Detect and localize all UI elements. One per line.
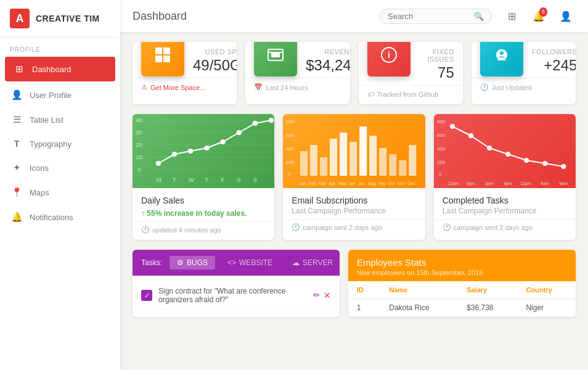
col-country: Country xyxy=(517,281,576,299)
svg-rect-5 xyxy=(271,52,280,57)
chart-stat: ↑ 55% increase in today sales. xyxy=(141,209,266,218)
svg-text:6am: 6am xyxy=(541,181,549,186)
svg-point-22 xyxy=(188,149,193,154)
svg-text:0: 0 xyxy=(137,166,141,173)
sidebar-item-typography[interactable]: T Typography xyxy=(0,132,120,155)
svg-text:12am: 12am xyxy=(448,181,459,186)
svg-text:T: T xyxy=(205,177,208,183)
chart-card-email-subs: 800 600 400 200 0 xyxy=(283,114,425,240)
sidebar-item-table-list[interactable]: ☰ Table List xyxy=(0,107,120,132)
svg-text:9pm: 9pm xyxy=(504,181,512,186)
grid-button[interactable]: ⊞ xyxy=(502,6,521,26)
svg-point-70 xyxy=(468,133,473,138)
employees-card: Employees Stats New employees on 15th Se… xyxy=(348,250,576,317)
stat-card-header: Used Space 49/50GB xyxy=(133,42,237,78)
svg-rect-50 xyxy=(399,160,407,176)
chart-card-body: Completed Tasks Last Campaign Performanc… xyxy=(434,188,576,219)
user-menu-button[interactable]: 👤 xyxy=(556,6,576,26)
svg-text:5pm: 5pm xyxy=(485,181,494,186)
typography-icon: T xyxy=(10,139,23,149)
stat-card-label: Fixed Issues xyxy=(419,48,454,63)
bugs-icon: ⚙ xyxy=(177,258,184,267)
header-actions: ⊞ 🔔 5 👤 xyxy=(502,6,576,26)
svg-text:800: 800 xyxy=(286,119,295,125)
footer-text: Just Updated xyxy=(492,84,532,91)
svg-text:Jul: Jul xyxy=(359,181,364,186)
task-delete-button[interactable]: ✕ xyxy=(324,290,331,300)
svg-rect-3 xyxy=(163,56,170,62)
calendar-icon: 📅 xyxy=(254,83,263,91)
user-icon: 👤 xyxy=(10,89,23,101)
chart-card-body: Email Subscriptions Last Campaign Perfor… xyxy=(283,188,425,219)
tasks-tab-bugs[interactable]: ⚙ BUGS xyxy=(169,256,215,269)
cell-country: Niger xyxy=(517,299,576,317)
sidebar-item-label-maps: Maps xyxy=(30,188,49,197)
svg-text:Oct: Oct xyxy=(388,181,395,186)
code-icon: <> xyxy=(227,258,236,267)
sidebar-item-icons[interactable]: ✦ Icons xyxy=(0,155,120,180)
search-box[interactable]: 🔍 xyxy=(380,9,492,24)
chart-subtitle: Last Campaign Performance xyxy=(443,207,567,215)
notifications-button[interactable]: 🔔 5 xyxy=(529,6,549,26)
app-name: CREATIVE TIM xyxy=(36,14,100,23)
bugs-label: BUGS xyxy=(187,258,208,267)
sidebar-item-label-icons: Icons xyxy=(30,163,49,173)
svg-point-25 xyxy=(237,130,242,135)
svg-text:T: T xyxy=(173,177,176,183)
tasks-tab-server[interactable]: ☁ SERVER xyxy=(285,256,340,269)
table-row: 1 Dakota Rice $36,738 Niger xyxy=(348,299,576,317)
svg-text:Nov: Nov xyxy=(398,181,406,186)
map-icon: 📍 xyxy=(10,187,23,198)
icons-icon: ✦ xyxy=(10,162,23,173)
svg-text:30: 30 xyxy=(136,130,142,136)
sidebar-item-maps[interactable]: 📍 Maps xyxy=(0,180,120,205)
clock-icon: 🕐 xyxy=(292,223,300,231)
stat-card-footer: ⚠ Get More Space... xyxy=(133,78,237,97)
chart-title: Daily Sales xyxy=(141,195,266,205)
sidebar-item-label-typography: Typography xyxy=(30,139,71,149)
chart-footer-text: campaign sent 2 days ago xyxy=(454,224,533,231)
chart-footer: 🕐 campaign sent 2 days ago xyxy=(434,219,576,237)
stat-card-fixed-issues: i Fixed Issues 75 🏷 Tracked from Github xyxy=(359,42,463,104)
sidebar-item-user-profile[interactable]: 👤 User Profile xyxy=(0,83,120,107)
svg-rect-45 xyxy=(349,142,357,176)
stat-card-info: Revenue $34,245 xyxy=(297,42,349,78)
sidebar-item-notifications[interactable]: 🔔 Notifications xyxy=(0,205,120,229)
header: Dashboard 🔍 ⊞ 🔔 5 👤 xyxy=(120,0,588,32)
tasks-tab-website[interactable]: <> WEBSITE xyxy=(220,256,280,269)
col-id: ID xyxy=(348,281,381,299)
svg-text:800: 800 xyxy=(437,119,446,125)
stat-card-value: +245 xyxy=(532,57,576,74)
svg-point-20 xyxy=(156,161,161,166)
svg-point-69 xyxy=(450,124,455,129)
stat-card-info: Followers +245 xyxy=(523,42,576,78)
svg-text:Apr: Apr xyxy=(329,181,336,186)
svg-rect-49 xyxy=(390,154,397,176)
footer-text: Last 24 Hours xyxy=(266,84,308,91)
svg-text:Dec: Dec xyxy=(408,181,416,186)
get-more-space-link[interactable]: Get More Space... xyxy=(150,84,205,91)
stat-card-footer: 🕐 Just Updated xyxy=(472,78,576,97)
cloud-icon: ☁ xyxy=(292,258,300,267)
sidebar-item-label-dashboard: Dashboard xyxy=(32,65,71,74)
chart-card-completed-tasks: 800 600 400 200 0 12am 6 xyxy=(434,114,576,240)
svg-text:i: i xyxy=(388,50,390,60)
svg-rect-44 xyxy=(340,133,347,176)
svg-rect-43 xyxy=(330,139,337,176)
svg-point-24 xyxy=(220,139,225,144)
bottom-row: Tasks: ⚙ BUGS <> WEBSITE ☁ SERVER xyxy=(133,250,576,317)
chart-title: Email Subscriptions xyxy=(292,195,416,205)
sidebar-item-dashboard[interactable]: ⊞ Dashboard xyxy=(5,57,115,81)
footer-text: Tracked from Github xyxy=(377,91,439,98)
stat-card-label: Revenue xyxy=(306,48,349,56)
stat-card-revenue: Revenue $34,245 📅 Last 24 Hours xyxy=(245,42,349,104)
search-input[interactable] xyxy=(388,12,474,21)
server-label: SERVER xyxy=(303,258,333,267)
employees-subtitle: New employees on 15th September, 2016 xyxy=(357,269,567,276)
bell-icon: 🔔 xyxy=(10,212,23,223)
svg-text:400: 400 xyxy=(286,146,295,152)
task-edit-button[interactable]: ✏ xyxy=(313,290,320,300)
task-checkbox[interactable]: ✓ xyxy=(141,290,152,301)
stat-cards-row: Used Space 49/50GB ⚠ Get More Space... xyxy=(133,42,576,104)
used-space-icon xyxy=(141,42,184,76)
